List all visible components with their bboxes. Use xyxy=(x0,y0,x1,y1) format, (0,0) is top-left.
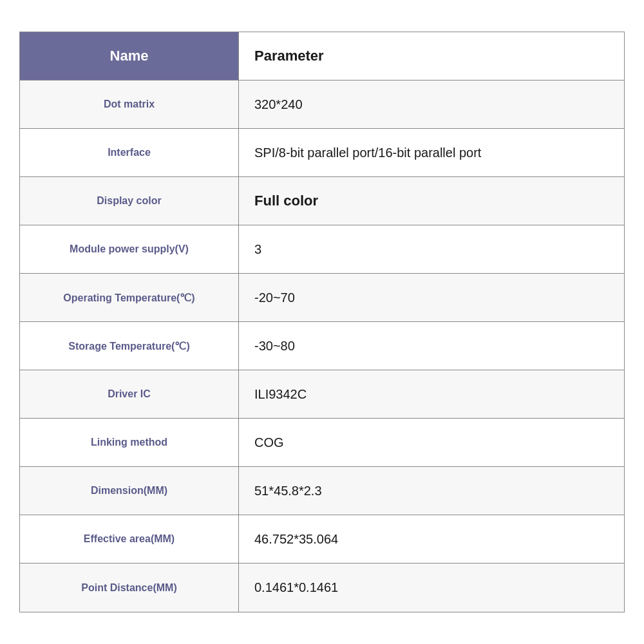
header-param-cell: Parameter xyxy=(239,32,624,80)
row-param-value: SPI/8-bit parallel port/16-bit parallel … xyxy=(254,146,481,160)
table-row: Point Distance(MM)0.1461*0.1461 xyxy=(20,564,624,612)
row-param-value: 0.1461*0.1461 xyxy=(254,580,338,595)
header-name-label: Name xyxy=(110,48,149,64)
table-header-row: Name Parameter xyxy=(20,32,624,80)
row-param-cell: 320*240 xyxy=(239,80,624,128)
table-row: Linking methodCOG xyxy=(20,419,624,467)
row-name-cell: Effective area(MM) xyxy=(20,515,239,563)
row-name-label: Driver IC xyxy=(108,388,151,400)
table-row: Storage Temperature(℃)-30~80 xyxy=(20,322,624,370)
table-row: Display colorFull color xyxy=(20,177,624,225)
specs-table: Name Parameter Dot matrix320*240Interfac… xyxy=(19,32,625,612)
row-name-label: Dot matrix xyxy=(104,99,155,110)
row-param-value: ILI9342C xyxy=(254,387,307,402)
header-param-label: Parameter xyxy=(254,48,324,64)
row-name-cell: Linking method xyxy=(20,419,239,466)
row-name-cell: Storage Temperature(℃) xyxy=(20,322,239,370)
row-name-cell: Point Distance(MM) xyxy=(20,564,239,612)
table-row: Driver ICILI9342C xyxy=(20,370,624,419)
row-name-cell: Interface xyxy=(20,129,239,176)
row-param-value: Full color xyxy=(254,193,318,209)
table-row: Effective area(MM)46.752*35.064 xyxy=(20,515,624,564)
header-name-cell: Name xyxy=(20,32,239,80)
row-param-cell: ILI9342C xyxy=(239,370,624,418)
row-param-value: 51*45.8*2.3 xyxy=(254,484,322,498)
row-param-value: 46.752*35.064 xyxy=(254,532,338,547)
row-param-cell: -20~70 xyxy=(239,274,624,321)
row-param-cell: -30~80 xyxy=(239,322,624,370)
row-name-label: Interface xyxy=(108,147,151,158)
table-row: Module power supply(V)3 xyxy=(20,225,624,274)
row-name-label: Storage Temperature(℃) xyxy=(68,340,189,352)
row-param-value: 320*240 xyxy=(254,97,303,112)
row-name-cell: Operating Temperature(℃) xyxy=(20,274,239,321)
row-param-cell: 51*45.8*2.3 xyxy=(239,467,624,515)
row-param-cell: Full color xyxy=(239,177,624,225)
row-param-cell: 46.752*35.064 xyxy=(239,515,624,563)
row-param-cell: 0.1461*0.1461 xyxy=(239,564,624,612)
row-name-label: Module power supply(V) xyxy=(70,243,189,255)
table-row: InterfaceSPI/8-bit parallel port/16-bit … xyxy=(20,129,624,177)
row-param-value: -30~80 xyxy=(254,339,295,354)
row-param-value: 3 xyxy=(254,242,261,257)
row-name-label: Display color xyxy=(97,195,161,207)
row-name-cell: Display color xyxy=(20,177,239,225)
row-name-label: Effective area(MM) xyxy=(84,533,175,545)
row-param-value: -20~70 xyxy=(254,290,295,305)
table-row: Operating Temperature(℃)-20~70 xyxy=(20,274,624,322)
row-name-cell: Driver IC xyxy=(20,370,239,418)
table-row: Dot matrix320*240 xyxy=(20,80,624,129)
row-name-label: Point Distance(MM) xyxy=(81,582,176,594)
row-name-label: Linking method xyxy=(91,437,167,448)
row-name-label: Operating Temperature(℃) xyxy=(63,292,194,304)
row-name-cell: Dimension(MM) xyxy=(20,467,239,515)
row-param-cell: COG xyxy=(239,419,624,466)
row-name-label: Dimension(MM) xyxy=(91,485,167,497)
row-param-cell: 3 xyxy=(239,225,624,273)
row-name-cell: Module power supply(V) xyxy=(20,225,239,273)
table-row: Dimension(MM)51*45.8*2.3 xyxy=(20,467,624,515)
row-param-value: COG xyxy=(254,435,284,450)
row-name-cell: Dot matrix xyxy=(20,80,239,128)
row-param-cell: SPI/8-bit parallel port/16-bit parallel … xyxy=(239,129,624,176)
